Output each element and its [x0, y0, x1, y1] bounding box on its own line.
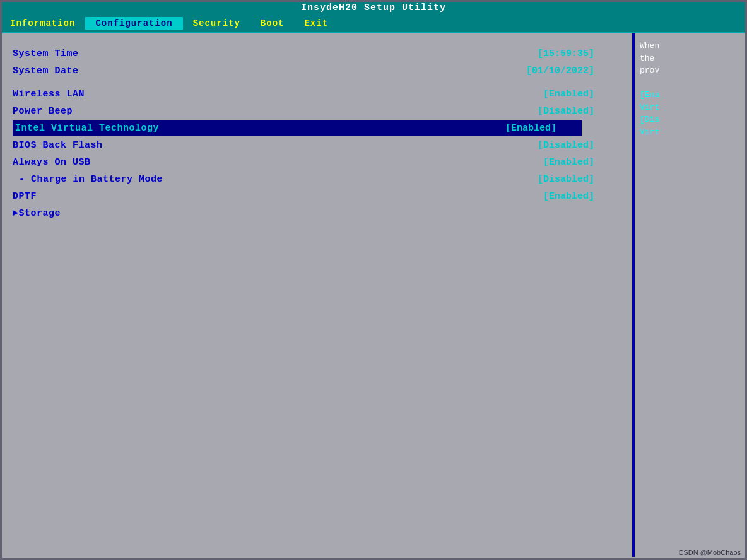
label-charge-in-battery: - Charge in Battery Mode	[13, 174, 163, 185]
value-intel-vt: [Enabled]	[505, 123, 556, 134]
row-wireless-lan[interactable]: Wireless LAN [Enabled]	[13, 86, 620, 102]
gap-1	[13, 80, 620, 86]
menu-item-security[interactable]: Security	[183, 17, 250, 30]
help-text: Whentheprov [EnaVirt[DisVirt	[640, 40, 742, 138]
menu-item-configuration[interactable]: Configuration	[85, 17, 182, 30]
menu-item-boot[interactable]: Boot	[250, 17, 295, 30]
value-power-beep: [Disabled]	[538, 106, 594, 117]
label-always-on-usb: Always On USB	[13, 157, 91, 168]
row-system-time[interactable]: System Time [15:59:35]	[13, 46, 620, 62]
help-panel: Whentheprov [EnaVirt[DisVirt	[633, 33, 747, 557]
bios-screen: InsydeH20 Setup Utility Information Conf…	[0, 0, 747, 560]
help-line-2: [EnaVirt[DisVirt	[640, 90, 659, 137]
watermark: CSDN @MobChaos	[678, 549, 741, 556]
row-system-date[interactable]: System Date [01/10/2022]	[13, 63, 620, 79]
menu-item-exit[interactable]: Exit	[294, 17, 338, 30]
config-panel: System Time [15:59:35] System Date [01/1…	[0, 33, 633, 557]
row-power-beep[interactable]: Power Beep [Disabled]	[13, 103, 620, 119]
value-system-time: [15:59:35]	[538, 49, 594, 59]
row-storage[interactable]: ►Storage	[13, 206, 620, 221]
row-charge-in-battery[interactable]: - Charge in Battery Mode [Disabled]	[13, 172, 620, 187]
value-always-on-usb: [Enabled]	[543, 157, 594, 168]
value-charge-in-battery: [Disabled]	[538, 174, 594, 185]
label-bios-back-flash: BIOS Back Flash	[13, 140, 103, 151]
main-content: System Time [15:59:35] System Date [01/1…	[0, 33, 747, 557]
row-bios-back-flash[interactable]: BIOS Back Flash [Disabled]	[13, 137, 620, 153]
label-system-time: System Time	[13, 49, 79, 59]
label-intel-vt: Intel Virtual Technology	[15, 123, 159, 134]
menu-bar: Information Configuration Security Boot …	[0, 16, 747, 33]
title-text: InsydeH20 Setup Utility	[301, 3, 446, 13]
label-power-beep: Power Beep	[13, 106, 73, 117]
value-system-date: [01/10/2022]	[526, 66, 594, 76]
label-dptf: DPTF	[13, 191, 37, 202]
title-bar: InsydeH20 Setup Utility	[0, 0, 747, 16]
value-bios-back-flash: [Disabled]	[538, 140, 594, 151]
menu-item-information[interactable]: Information	[0, 17, 85, 30]
value-dptf: [Enabled]	[543, 191, 594, 202]
label-system-date: System Date	[13, 66, 79, 76]
row-intel-vt[interactable]: Intel Virtual Technology [Enabled]	[13, 120, 582, 136]
row-always-on-usb[interactable]: Always On USB [Enabled]	[13, 155, 620, 170]
label-storage: ►Storage	[13, 208, 61, 219]
help-line-1: Whentheprov	[640, 41, 659, 75]
label-wireless-lan: Wireless LAN	[13, 89, 85, 100]
row-dptf[interactable]: DPTF [Enabled]	[13, 189, 620, 204]
value-wireless-lan: [Enabled]	[543, 89, 594, 100]
